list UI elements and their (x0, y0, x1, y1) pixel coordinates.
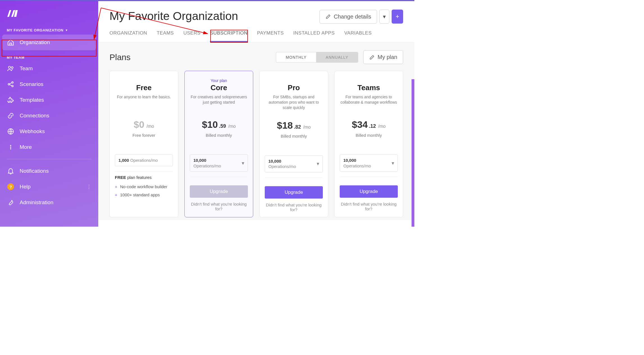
svg-point-1 (8, 66, 11, 69)
price-main: $18 (277, 120, 293, 131)
ops-label: Operations/mo (343, 163, 371, 168)
my-plan-label: My plan (378, 54, 397, 60)
plan-desc: For anyone to learn the basics. (115, 94, 173, 110)
svg-point-2 (11, 67, 13, 69)
plan-divider (340, 177, 398, 177)
ops-num: 1,000 (118, 158, 129, 163)
plan-badge (340, 78, 398, 83)
not-found-text: Didn't find what you're looking for? (190, 202, 248, 211)
sidebar-divider (7, 159, 92, 159)
tab-payments[interactable]: PAYMENTS (257, 30, 284, 42)
ops-num: 10,000 (193, 158, 206, 163)
sidebar-item-label: More (20, 144, 32, 150)
sidebar-item-label: Administration (20, 199, 53, 206)
sidebar-item-connections[interactable]: Connections (0, 108, 98, 124)
upgrade-button[interactable]: Upgrade (340, 185, 398, 198)
header-actions: Change details ▾ + (319, 10, 403, 24)
billing-period-toggle: MONTHLY ANNUALLY (276, 52, 358, 63)
tab-users[interactable]: USERS (183, 30, 200, 42)
tab-organization[interactable]: ORGANIZATION (109, 30, 147, 42)
sidebar-item-help[interactable]: ? Help ⋮ (0, 179, 98, 195)
plan-name: Free (115, 83, 173, 92)
upgrade-button[interactable]: Upgrade (265, 186, 323, 199)
org-selector[interactable]: MY FAVORITE ORGANIZATION ▼ (0, 25, 98, 34)
sidebar-item-label: Connections (20, 113, 49, 119)
plan-card-pro: Pro For SMBs, startups and automation pr… (259, 71, 328, 217)
operations-dropdown[interactable]: 10,000Operations/mo ▾ (190, 154, 248, 172)
tab-installed-apps[interactable]: INSTALLED APPS (293, 30, 335, 42)
plan-badge (115, 78, 173, 83)
feature-item: 1000+ standard apps (115, 191, 173, 199)
features-list: No-code workflow builder 1000+ standard … (115, 183, 173, 199)
ops-num: 10,000 (343, 158, 356, 163)
operations-dropdown[interactable]: 10,000Operations/mo ▾ (265, 155, 323, 172)
upgrade-button[interactable]: Upgrade (190, 185, 248, 198)
plan-badge (265, 78, 323, 83)
operations-box: 1,000 Operations/mo (115, 154, 173, 166)
plan-desc: For teams and agencies to collaborate & … (340, 94, 398, 110)
ops-label: Operations/mo (268, 164, 296, 169)
price-suffix: /mo (378, 124, 386, 129)
plan-desc: For creatives and solopreneuers just get… (190, 94, 248, 110)
sidebar-item-team[interactable]: Team (0, 61, 98, 76)
plans-content: Plans MONTHLY ANNUALLY My plan Free For … (98, 42, 414, 220)
tab-subscription[interactable]: SUBSCRIPTION (210, 30, 248, 42)
add-button[interactable]: + (392, 10, 403, 24)
period-monthly[interactable]: MONTHLY (276, 52, 316, 62)
puzzle-icon (7, 96, 15, 104)
plan-name: Teams (340, 83, 398, 92)
sidebar-item-more[interactable]: More (0, 139, 98, 155)
svg-point-9 (10, 148, 11, 149)
operations-dropdown[interactable]: 10,000Operations/mo ▾ (340, 154, 398, 172)
change-details-label: Change details (334, 13, 371, 20)
caret-down-icon: ▾ (383, 13, 386, 20)
ops-num: 10,000 (268, 159, 281, 163)
sidebar-item-label: Organization (20, 39, 50, 45)
price-main: $0 (134, 119, 144, 130)
my-plan-button[interactable]: My plan (363, 50, 403, 64)
plan-divider (265, 178, 323, 178)
kebab-icon[interactable]: ⋮ (86, 184, 92, 190)
ops-label: Operations/mo (193, 163, 221, 168)
tab-variables[interactable]: VARIABLES (344, 30, 372, 42)
plan-desc: For SMBs, startups and automation pros w… (265, 94, 323, 110)
not-found-text: Didn't find what you're looking for? (265, 202, 323, 212)
wrench-icon (7, 199, 15, 206)
price-cents: .59 (219, 123, 226, 129)
plan-card-free: Free For anyone to learn the basics. $0 … (109, 71, 178, 217)
sidebar-item-label: Templates (20, 97, 44, 103)
billing-note: Free forever (115, 133, 173, 138)
change-details-button[interactable]: Change details (319, 10, 377, 24)
sidebar-item-notifications[interactable]: Notifications (0, 163, 98, 179)
logo[interactable] (0, 7, 98, 25)
sidebar-item-webhooks[interactable]: Webhooks (0, 124, 98, 139)
price-cents: .12 (369, 123, 376, 129)
edit-icon (325, 14, 331, 19)
not-found-text: Didn't find what you're looking for? (340, 202, 398, 211)
plans-header: Plans MONTHLY ANNUALLY My plan (109, 50, 403, 64)
sidebar-item-scenarios[interactable]: Scenarios (0, 76, 98, 92)
price-suffix: /mo (228, 124, 236, 129)
period-annually[interactable]: ANNUALLY (316, 52, 358, 62)
ops-label: Operations/mo (129, 158, 158, 163)
change-details-dropdown[interactable]: ▾ (379, 10, 389, 24)
main-content: My Favorite Organization Change details … (98, 1, 414, 227)
svg-point-8 (10, 147, 11, 147)
sidebar-item-templates[interactable]: Templates (0, 92, 98, 108)
sidebar-item-administration[interactable]: Administration (0, 195, 98, 210)
sidebar-item-organization[interactable]: Organization (2, 35, 96, 50)
price-main: $10 (202, 119, 218, 130)
plans-grid: Free For anyone to learn the basics. $0 … (109, 71, 403, 217)
sidebar: MY FAVORITE ORGANIZATION ▼ Organization … (0, 1, 98, 227)
next-plan-peek (412, 79, 414, 227)
bell-icon (7, 167, 15, 175)
link-icon (7, 112, 15, 120)
price-main: $34 (352, 119, 368, 130)
org-tabs: ORGANIZATION TEAMS USERS SUBSCRIPTION PA… (98, 24, 414, 42)
billing-note: Billed monthly (265, 134, 323, 138)
tab-teams[interactable]: TEAMS (157, 30, 174, 42)
make-logo-icon (7, 9, 20, 18)
help-badge-icon: ? (7, 183, 15, 191)
plan-divider (115, 171, 173, 172)
plan-price: $0 /mo (115, 119, 173, 130)
